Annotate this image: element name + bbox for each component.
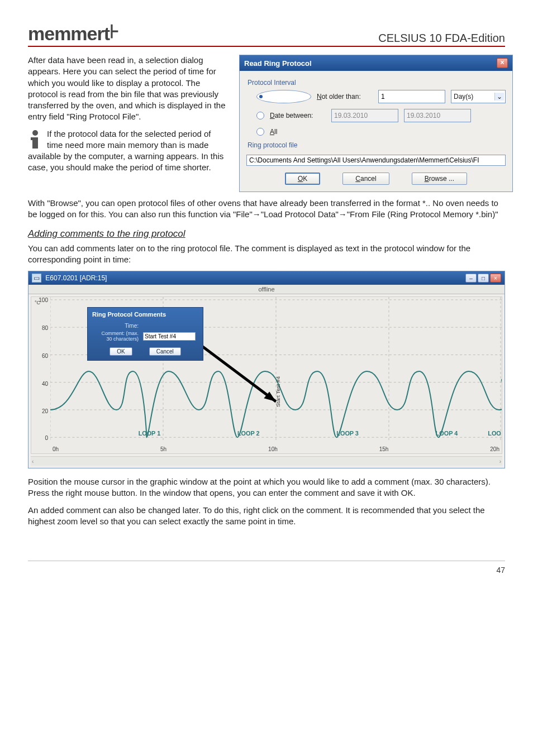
scroll-right-icon[interactable]: › [499, 458, 501, 465]
radio-all[interactable] [256, 128, 264, 136]
close-icon[interactable]: × [497, 58, 508, 68]
svg-text:LOOP 2: LOOP 2 [237, 430, 260, 437]
section-paragraph: You can add comments later on to the rin… [28, 243, 505, 266]
chart-area[interactable]: °C 100 80 60 40 20 0 [31, 296, 502, 454]
group-ring-protocol-file: Ring protocol file [248, 141, 506, 149]
select-not-older-unit[interactable]: Day(s)⌄ [451, 90, 506, 103]
close-icon[interactable]: × [490, 274, 501, 283]
label-date-between: Date between: [270, 112, 326, 119]
cancel-button[interactable]: Cancel [342, 173, 389, 185]
label-comment: Comment: (max. 30 characters) [93, 331, 140, 343]
scroll-left-icon[interactable]: ‹ [32, 458, 34, 465]
brand-logo: memmert⊦ [28, 22, 119, 45]
browse-button[interactable]: Browse ... [412, 173, 467, 185]
tab-offline[interactable]: offline [28, 285, 505, 294]
window-title: E607.0201 [ADR:15] [45, 274, 107, 282]
read-ring-protocol-dialog: Read Ring Protocol × Protocol Interval N… [239, 55, 513, 192]
intro-paragraph: After data have been read in, a selectio… [28, 55, 229, 123]
popup-title: Ring Protocol Comments [92, 311, 198, 318]
after-chart-paragraph-1: Position the mouse cursor in the graphic… [28, 476, 505, 499]
browse-paragraph: With "Browse", you can open protocol fil… [28, 198, 505, 221]
input-not-older-value[interactable] [378, 90, 445, 103]
popup-ok-button[interactable]: OK [110, 347, 132, 356]
svg-rect-2 [31, 137, 35, 140]
section-heading: Adding comments to the ring protocol [28, 228, 505, 240]
document-title: CELSIUS 10 FDA-Edition [378, 32, 505, 45]
svg-text:LOOP 4: LOOP 4 [436, 430, 458, 437]
protocol-graphic-window: ▭ E607.0201 [ADR:15] – □ × offline °C 10… [28, 271, 505, 468]
dialog-title-text: Read Ring Protocol [244, 59, 312, 68]
app-icon: ▭ [32, 274, 41, 283]
ok-button[interactable]: OK [285, 173, 320, 185]
radio-date-between[interactable] [256, 112, 264, 119]
horizontal-scrollbar[interactable]: ‹ › [31, 456, 502, 466]
chart-annotation: Start Test #4 [275, 376, 281, 407]
group-protocol-interval: Protocol Interval [248, 79, 506, 87]
page-number: 47 [28, 561, 505, 575]
minimize-icon[interactable]: – [465, 274, 477, 283]
label-all: All [270, 128, 277, 136]
info-paragraph: If the protocol data for the selected pe… [28, 128, 229, 174]
after-chart-paragraph-2: An added comment can also be changed lat… [28, 505, 505, 528]
label-time: Time: [93, 322, 140, 329]
chevron-down-icon: ⌄ [494, 93, 504, 101]
input-date-from[interactable] [331, 109, 398, 122]
y-axis: °C 100 80 60 40 20 0 [31, 297, 50, 443]
label-not-older-than: Not older than: [317, 93, 373, 101]
info-icon [28, 130, 44, 150]
svg-point-0 [32, 130, 38, 136]
ring-protocol-comments-popup: Ring Protocol Comments Time: Comment: (m… [87, 307, 203, 361]
radio-not-older-than[interactable] [256, 90, 311, 103]
input-ring-protocol-path[interactable] [246, 155, 506, 166]
input-date-to[interactable] [404, 109, 471, 122]
svg-text:LOO: LOO [488, 430, 501, 437]
popup-cancel-button[interactable]: Cancel [149, 347, 181, 356]
input-comment[interactable] [143, 332, 196, 341]
maximize-icon[interactable]: □ [478, 274, 489, 283]
svg-text:LOOP 3: LOOP 3 [336, 430, 359, 437]
svg-text:LOOP 1: LOOP 1 [139, 430, 161, 437]
x-axis: 0h5h10h15h20h [50, 446, 502, 452]
